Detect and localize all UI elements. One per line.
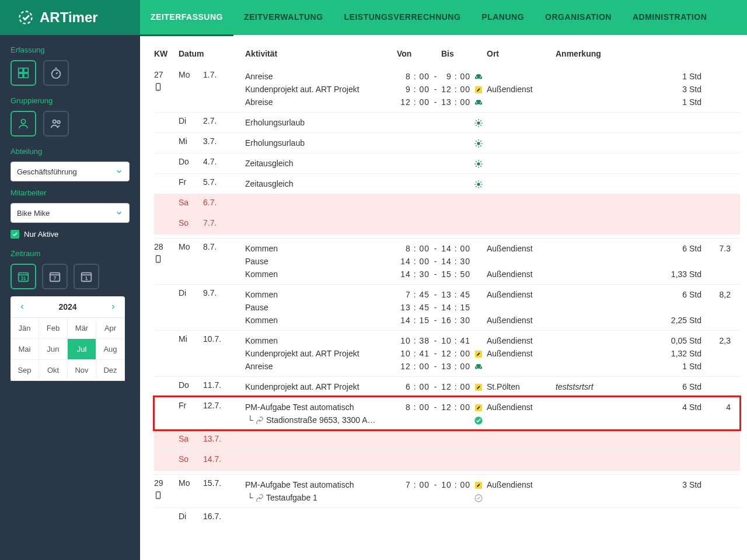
nav-planung[interactable]: PLANUNG xyxy=(471,0,535,36)
month-aug[interactable]: Aug xyxy=(96,339,125,360)
day-row[interactable]: 28Mo8.7.Kommen8 : 00-14 : 00Außendienst6… xyxy=(154,238,740,284)
calendar-7-icon xyxy=(48,270,61,283)
date: 9.7. xyxy=(203,288,245,327)
group-person-button[interactable] xyxy=(11,111,36,136)
next-year-button[interactable] xyxy=(107,301,119,313)
nav-leistungsverrechnung[interactable]: LEISTUNGSVERRECHNUNG xyxy=(334,0,472,36)
time-entry[interactable]: Anreise8 : 00-9 : 001 Std xyxy=(245,70,740,83)
day-row[interactable]: So14.7. xyxy=(154,450,740,471)
time-entry[interactable]: Anreise12 : 00-13 : 001 Std xyxy=(245,360,740,373)
nav-zeiterfassung[interactable]: ZEITERFASSUNG xyxy=(140,0,233,36)
nav-organisation[interactable]: ORGANISATION xyxy=(535,0,622,36)
location: Außendienst xyxy=(487,349,556,358)
time-entry[interactable]: Kundenprojekt aut. ART Projekt10 : 41-12… xyxy=(245,347,740,360)
abteilung-select[interactable]: Geschäftsführung xyxy=(11,162,130,181)
weekday: Sa xyxy=(179,434,203,447)
time-entry[interactable]: Zeitausgleich xyxy=(245,157,740,170)
day-row[interactable]: Di16.7. xyxy=(154,508,740,528)
month-sep[interactable]: Sep xyxy=(11,360,39,381)
day-row[interactable]: Sa13.7. xyxy=(154,430,740,450)
duration: 1 Std xyxy=(655,97,701,107)
date: 3.7. xyxy=(203,136,245,149)
time-entry[interactable]: Erholungsurlaub xyxy=(245,116,740,129)
time-entry[interactable]: Zeitausgleich xyxy=(245,177,740,190)
day-row[interactable]: Mi3.7.Erholungsurlaub xyxy=(154,132,740,153)
period-month-button[interactable] xyxy=(11,264,36,289)
day-row[interactable]: Di2.7.Erholungsurlaub xyxy=(154,112,740,132)
period-day-button[interactable] xyxy=(74,264,99,289)
sub-entry: └ Testaufgabe 1 xyxy=(245,491,740,504)
date: 8.7. xyxy=(203,242,245,281)
entry-icon xyxy=(470,97,487,107)
sidebar: Erfassung Gruppierung Abteilung Geschäft… xyxy=(0,35,140,560)
day-row[interactable]: So7.7. xyxy=(154,214,740,235)
day-row[interactable]: Fr12.7.PM-Aufgabe Test automatisch8 : 00… xyxy=(154,397,740,430)
nav-zeitverwaltung[interactable]: ZEITVERWALTUNG xyxy=(233,0,334,36)
month-jun[interactable]: Jun xyxy=(39,339,68,360)
view-grid-button[interactable] xyxy=(11,60,36,86)
location: St.Pölten xyxy=(487,382,556,391)
mitarbeiter-select[interactable]: Bike Mike xyxy=(11,203,130,223)
time-entry[interactable]: Kommen14 : 30-15 : 50Außendienst1,33 Std xyxy=(245,268,740,281)
topbar: ARTimer ZEITERFASSUNGZEITVERWALTUNGLEIST… xyxy=(0,0,747,35)
time-entry[interactable]: Pause14 : 00-14 : 30 xyxy=(245,255,740,268)
day-row[interactable]: Do4.7.Zeitausgleich xyxy=(154,153,740,173)
time-entry[interactable]: Abreise12 : 00-13 : 001 Std xyxy=(245,96,740,108)
sub-text: Stadionstraße 9653, 3300 A… xyxy=(266,415,376,425)
day-row[interactable]: Fr5.7.Zeitausgleich xyxy=(154,173,740,194)
month-nov[interactable]: Nov xyxy=(68,360,96,381)
entry-icon xyxy=(470,138,487,148)
month-jul[interactable]: Jul xyxy=(68,339,96,360)
sub-status-icon xyxy=(470,415,487,425)
time-entry[interactable]: Kommen14 : 15-16 : 30Außendienst2,25 Std xyxy=(245,314,740,327)
day-row[interactable]: Sa6.7. xyxy=(154,194,740,214)
kw-number: 28 xyxy=(154,242,179,251)
day-row[interactable]: Do11.7.Kundenprojekt aut. ART Projekt6 :… xyxy=(154,376,740,397)
duration: 2,25 Std xyxy=(655,316,701,325)
time-entry[interactable]: Kommen7 : 45-13 : 45Außendienst6 Std8,2 xyxy=(245,288,740,301)
time-entry[interactable]: Kommen8 : 00-14 : 00Außendienst6 Std7.3 xyxy=(245,242,740,255)
time-entry[interactable]: Kommen10 : 38-10 : 41Außendienst0,05 Std… xyxy=(245,334,740,347)
month-feb[interactable]: Feb xyxy=(39,318,68,339)
th-anmerkung: Anmerkung xyxy=(556,49,655,58)
day-row[interactable]: 27Mo1.7.Anreise8 : 00-9 : 001 StdKundenp… xyxy=(154,66,740,112)
month-jän[interactable]: Jän xyxy=(11,318,39,339)
time-entry[interactable]: Erholungsurlaub xyxy=(245,136,740,149)
month-apr[interactable]: Apr xyxy=(96,318,125,339)
activity: Pause xyxy=(245,257,397,266)
time-to: 13 : 45 xyxy=(441,290,470,299)
weekday: Do xyxy=(179,157,203,170)
time-entry[interactable]: PM-Aufgabe Test automatisch8 : 00-12 : 0… xyxy=(245,401,740,414)
section-mitarbeiter: Mitarbeiter xyxy=(11,188,130,197)
month-mai[interactable]: Mai xyxy=(11,339,39,360)
time-entry[interactable]: Kundenprojekt aut. ART Projekt9 : 00-12 … xyxy=(245,83,740,96)
nav-administration[interactable]: ADMINISTRATION xyxy=(622,0,717,36)
checkbox-box xyxy=(11,230,19,239)
day-row[interactable]: 29Mo15.7.PM-Aufgabe Test automatisch7 : … xyxy=(154,474,740,508)
kw-number: 29 xyxy=(154,478,179,488)
date: 13.7. xyxy=(203,434,245,447)
time-entry[interactable]: PM-Aufgabe Test automatisch7 : 00-10 : 0… xyxy=(245,478,740,491)
time-entry[interactable]: Kundenprojekt aut. ART Projekt6 : 00-12 … xyxy=(245,380,740,393)
main-nav: ZEITERFASSUNGZEITVERWALTUNGLEISTUNGSVERR… xyxy=(140,0,747,36)
entry-icon xyxy=(470,382,487,391)
time-from: 9 : 00 xyxy=(397,85,430,94)
prev-year-button[interactable] xyxy=(16,301,28,313)
month-dez[interactable]: Dez xyxy=(96,360,125,381)
logo[interactable]: ARTimer xyxy=(0,0,140,35)
group-people-button[interactable] xyxy=(43,111,69,136)
day-row[interactable]: Mi10.7.Kommen10 : 38-10 : 41Außendienst0… xyxy=(154,330,740,376)
nur-aktive-checkbox[interactable]: Nur Aktive xyxy=(11,230,130,239)
calendar-widget: 2024 JänFebMärAprMaiJunJulAugSepOktNovDe… xyxy=(11,296,125,381)
month-mär[interactable]: Mär xyxy=(68,318,96,339)
time-entry[interactable]: Pause13 : 45-14 : 15 xyxy=(245,301,740,314)
duration: 0,05 Std xyxy=(655,336,701,345)
section-zeitraum: Zeitraum xyxy=(11,249,130,258)
day-row[interactable]: Di9.7.Kommen7 : 45-13 : 45Außendienst6 S… xyxy=(154,284,740,330)
th-datum: Datum xyxy=(179,49,245,58)
time-from: 8 : 00 xyxy=(397,244,430,253)
month-okt[interactable]: Okt xyxy=(39,360,68,381)
date: 15.7. xyxy=(203,478,245,504)
period-week-button[interactable] xyxy=(42,264,68,289)
view-stopwatch-button[interactable] xyxy=(43,60,69,86)
